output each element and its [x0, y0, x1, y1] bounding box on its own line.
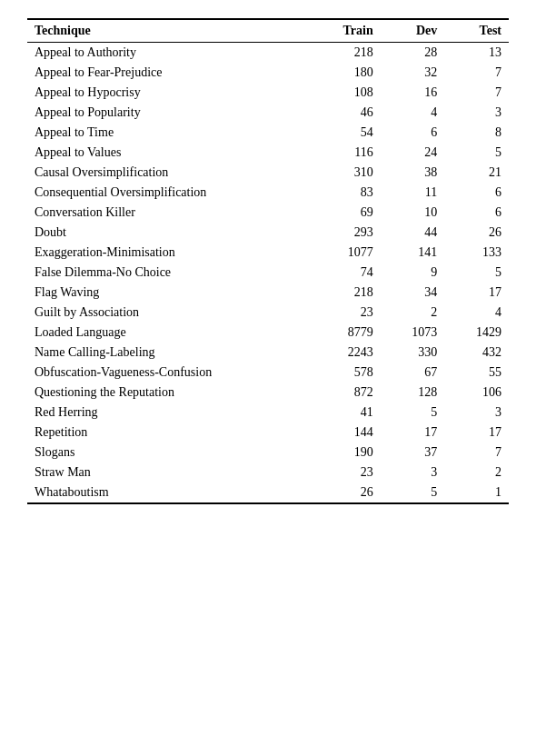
test-cell: 21 [444, 163, 509, 183]
train-cell: 8779 [316, 323, 381, 343]
dev-cell: 16 [381, 83, 445, 103]
train-cell: 180 [316, 63, 381, 83]
train-cell: 54 [316, 123, 381, 143]
table-row: Whataboutism2651 [27, 482, 509, 503]
table-row: Appeal to Hypocrisy108167 [27, 83, 509, 103]
train-header: Train [316, 19, 381, 43]
test-cell: 7 [444, 443, 509, 463]
technique-cell: Causal Oversimplification [27, 163, 316, 183]
dev-cell: 3 [381, 463, 445, 482]
train-cell: 116 [316, 143, 381, 163]
dev-cell: 2 [381, 303, 445, 323]
test-cell: 8 [444, 123, 509, 143]
dev-cell: 128 [381, 383, 445, 403]
train-cell: 74 [316, 263, 381, 283]
technique-cell: Name Calling-Labeling [27, 343, 316, 363]
technique-cell: Exaggeration-Minimisation [27, 243, 316, 263]
technique-cell: Appeal to Hypocrisy [27, 83, 316, 103]
train-cell: 872 [316, 383, 381, 403]
dev-cell: 34 [381, 283, 445, 303]
test-cell: 4 [444, 303, 509, 323]
train-cell: 23 [316, 463, 381, 482]
table-row: Appeal to Time5468 [27, 123, 509, 143]
dev-cell: 10 [381, 203, 445, 223]
dev-header: Dev [381, 19, 445, 43]
train-cell: 108 [316, 83, 381, 103]
train-cell: 69 [316, 203, 381, 223]
technique-header: Technique [27, 19, 316, 43]
test-cell: 7 [444, 63, 509, 83]
technique-cell: Conversation Killer [27, 203, 316, 223]
test-cell: 2 [444, 463, 509, 482]
technique-cell: Appeal to Popularity [27, 103, 316, 123]
table-row: Causal Oversimplification3103821 [27, 163, 509, 183]
table-row: Straw Man2332 [27, 463, 509, 482]
technique-cell: Appeal to Authority [27, 43, 316, 64]
test-cell: 5 [444, 263, 509, 283]
test-cell: 17 [444, 283, 509, 303]
table-footer-row [27, 503, 509, 512]
table-row: Questioning the Reputation872128106 [27, 383, 509, 403]
table-row: Guilt by Association2324 [27, 303, 509, 323]
test-cell: 5 [444, 143, 509, 163]
dev-cell: 38 [381, 163, 445, 183]
train-cell: 310 [316, 163, 381, 183]
train-cell: 83 [316, 183, 381, 203]
train-cell: 190 [316, 443, 381, 463]
test-cell: 6 [444, 203, 509, 223]
dev-cell: 32 [381, 63, 445, 83]
test-cell: 6 [444, 183, 509, 203]
table-row: Repetition1441717 [27, 423, 509, 443]
train-cell: 218 [316, 283, 381, 303]
technique-cell: Appeal to Fear-Prejudice [27, 63, 316, 83]
dev-cell: 24 [381, 143, 445, 163]
table-row: Loaded Language877910731429 [27, 323, 509, 343]
dev-cell: 4 [381, 103, 445, 123]
train-cell: 23 [316, 303, 381, 323]
technique-cell: Slogans [27, 443, 316, 463]
dev-cell: 141 [381, 243, 445, 263]
train-cell: 144 [316, 423, 381, 443]
table-footer-cell [27, 503, 509, 512]
dev-cell: 11 [381, 183, 445, 203]
technique-cell: Guilt by Association [27, 303, 316, 323]
data-table: Technique Train Dev Test Appeal to Autho… [27, 18, 509, 512]
train-cell: 218 [316, 43, 381, 64]
table-row: Appeal to Authority2182813 [27, 43, 509, 64]
table-row: Appeal to Popularity4643 [27, 103, 509, 123]
test-cell: 3 [444, 403, 509, 423]
technique-cell: False Dilemma-No Choice [27, 263, 316, 283]
technique-cell: Whataboutism [27, 482, 316, 503]
technique-cell: Repetition [27, 423, 316, 443]
test-cell: 55 [444, 363, 509, 383]
table-row: Appeal to Fear-Prejudice180327 [27, 63, 509, 83]
table-row: Name Calling-Labeling2243330432 [27, 343, 509, 363]
train-cell: 26 [316, 482, 381, 503]
table-row: Consequential Oversimplification83116 [27, 183, 509, 203]
dev-cell: 37 [381, 443, 445, 463]
technique-cell: Appeal to Values [27, 143, 316, 163]
table-row: Doubt2934426 [27, 223, 509, 243]
technique-cell: Red Herring [27, 403, 316, 423]
test-cell: 17 [444, 423, 509, 443]
table-row: Exaggeration-Minimisation1077141133 [27, 243, 509, 263]
test-cell: 3 [444, 103, 509, 123]
technique-cell: Questioning the Reputation [27, 383, 316, 403]
test-cell: 432 [444, 343, 509, 363]
table-row: Red Herring4153 [27, 403, 509, 423]
dev-cell: 1073 [381, 323, 445, 343]
dev-cell: 67 [381, 363, 445, 383]
train-cell: 46 [316, 103, 381, 123]
table-container: Technique Train Dev Test Appeal to Autho… [27, 18, 509, 512]
test-cell: 1429 [444, 323, 509, 343]
test-header: Test [444, 19, 509, 43]
technique-cell: Straw Man [27, 463, 316, 482]
test-cell: 7 [444, 83, 509, 103]
train-cell: 293 [316, 223, 381, 243]
test-cell: 26 [444, 223, 509, 243]
technique-cell: Loaded Language [27, 323, 316, 343]
train-cell: 1077 [316, 243, 381, 263]
dev-cell: 44 [381, 223, 445, 243]
table-row: Slogans190377 [27, 443, 509, 463]
dev-cell: 5 [381, 482, 445, 503]
